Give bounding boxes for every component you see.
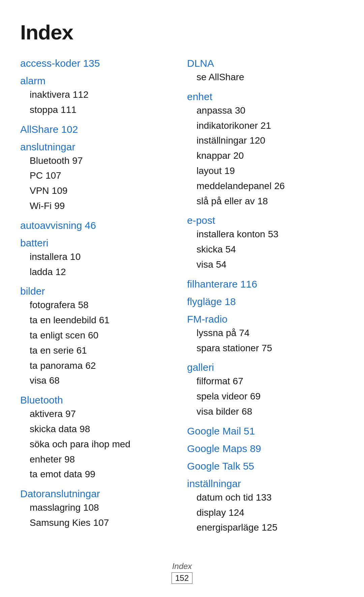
index-subitem: layout19: [187, 163, 344, 179]
index-term[interactable]: inställningar: [187, 478, 241, 489]
index-term[interactable]: bilder: [20, 286, 45, 297]
index-term[interactable]: Bluetooth: [20, 394, 63, 406]
index-subitem: indikatorikoner21: [187, 118, 344, 133]
subitem-number: 54: [225, 244, 236, 255]
index-subitem: ta enligt scen60: [20, 328, 177, 343]
index-term[interactable]: FM-radio: [187, 314, 228, 325]
index-term[interactable]: anslutningar: [20, 141, 75, 152]
subitem-number: 107: [93, 517, 109, 528]
index-term[interactable]: Datoranslutningar: [20, 488, 100, 499]
index-subitem: spara stationer75: [187, 341, 344, 356]
subitem-number: 21: [261, 120, 271, 131]
index-term[interactable]: filhanterare: [187, 278, 238, 290]
page-footer: Index 152: [20, 562, 344, 584]
index-term-number: 135: [83, 58, 100, 69]
index-term[interactable]: DLNA: [187, 58, 214, 69]
subitem-text: spara stationer: [196, 343, 259, 353]
index-subitem: anpassa30: [187, 103, 344, 118]
subitem-number: 133: [256, 492, 272, 503]
subitem-text: inaktivera: [30, 89, 70, 100]
index-term-number: 46: [85, 220, 96, 231]
subitem-number: 67: [233, 376, 243, 386]
index-term[interactable]: flygläge: [187, 296, 222, 307]
index-entry: batteriinstallera10ladda12: [20, 237, 177, 280]
index-term[interactable]: alarm: [20, 75, 46, 86]
index-term[interactable]: access-koder: [20, 58, 80, 69]
index-entry: alarminaktivera112stoppa111: [20, 75, 177, 118]
index-subitem: Bluetooth97: [20, 153, 177, 169]
index-entry: enhetanpassa30indikatorikoner21inställni…: [187, 91, 344, 209]
subitem-text: fotografera: [30, 300, 75, 310]
index-term[interactable]: Google Maps: [187, 443, 247, 454]
index-term[interactable]: batteri: [20, 237, 48, 248]
entry-header: DLNA: [187, 58, 344, 69]
subitem-number: 54: [216, 259, 226, 270]
subitem-text: stoppa: [30, 105, 58, 115]
subitem-number: 30: [235, 105, 245, 116]
index-entry: AllShare102: [20, 124, 177, 135]
entry-header: anslutningar: [20, 141, 177, 153]
index-subitem: visa68: [20, 373, 177, 388]
entry-header: inställningar: [187, 478, 344, 489]
subitem-number: 58: [78, 300, 88, 310]
subitem-number: 26: [274, 181, 285, 191]
index-term[interactable]: galleri: [187, 362, 214, 373]
subitem-text: display: [196, 507, 226, 518]
index-subitem: PC107: [20, 168, 177, 183]
subitem-number: 120: [249, 135, 265, 146]
subitem-text: energisparläge: [196, 522, 259, 533]
index-term[interactable]: AllShare: [20, 124, 58, 135]
subitem-number: 107: [46, 170, 61, 181]
index-term[interactable]: e-post: [187, 215, 215, 226]
entry-header: galleri: [187, 362, 344, 373]
subitem-number: 109: [52, 185, 68, 196]
subitem-number: 124: [229, 507, 244, 518]
subitem-text: ta enligt scen: [30, 330, 85, 340]
index-subitem: VPN109: [20, 183, 177, 199]
index-subitem: visa bilder68: [187, 404, 344, 419]
index-subitem: knappar20: [187, 148, 344, 163]
subitem-text: Bluetooth: [30, 155, 69, 166]
subitem-text: ta emot data: [30, 469, 82, 479]
index-subitem: energisparläge125: [187, 520, 344, 535]
subitem-number: 98: [64, 454, 75, 465]
index-term[interactable]: enhet: [187, 91, 212, 102]
index-entry: Google Talk55: [187, 460, 344, 472]
index-subitem: ladda12: [20, 265, 177, 280]
index-subitem: lyssna på74: [187, 326, 344, 341]
subitem-text: meddelandepanel: [196, 181, 272, 191]
right-column: DLNAse AllShareenhetanpassa30indikatorik…: [187, 58, 344, 541]
subitem-text: slå på eller av: [196, 196, 255, 206]
subitem-number: 53: [268, 229, 278, 239]
index-entry: autoavvisning46: [20, 220, 177, 231]
subitem-text: anpassa: [196, 105, 232, 116]
index-entry: Google Mail51: [187, 425, 344, 437]
subitem-text: visa: [196, 259, 213, 270]
index-entry: Datoranslutningarmasslagring108Samsung K…: [20, 488, 177, 531]
index-subitem: ta en serie61: [20, 343, 177, 358]
index-term[interactable]: Google Talk: [187, 460, 240, 472]
index-term-number: 116: [240, 278, 257, 290]
subitem-number: 12: [56, 267, 66, 277]
subitem-text: indikatorikoner: [196, 120, 258, 131]
subitem-text: VPN: [30, 185, 49, 196]
index-subitem: display124: [187, 505, 344, 520]
page-number: 152: [172, 572, 192, 584]
subitem-text: knappar: [196, 150, 231, 161]
index-term[interactable]: Google Mail: [187, 425, 241, 437]
index-entry: FM-radiolyssna på74spara stationer75: [187, 314, 344, 356]
subitem-number: 60: [88, 330, 98, 340]
index-subitem: ta en leendebild61: [20, 313, 177, 328]
index-subitem: aktivera97: [20, 407, 177, 422]
subitem-text: Wi-Fi: [30, 201, 52, 211]
subitem-text: filformat: [196, 376, 230, 386]
index-subitem: installera konton53: [187, 227, 344, 242]
subitem-text: ladda: [30, 267, 53, 277]
subitem-number: 10: [70, 251, 81, 262]
index-subitem: skicka data98: [20, 422, 177, 437]
entry-header: Google Maps89: [187, 443, 344, 454]
subitem-text: söka och para ihop med enheter: [30, 439, 130, 465]
index-term[interactable]: autoavvisning: [20, 220, 82, 231]
subitem-number: 97: [72, 155, 83, 166]
index-subitem: Wi-Fi99: [20, 199, 177, 214]
